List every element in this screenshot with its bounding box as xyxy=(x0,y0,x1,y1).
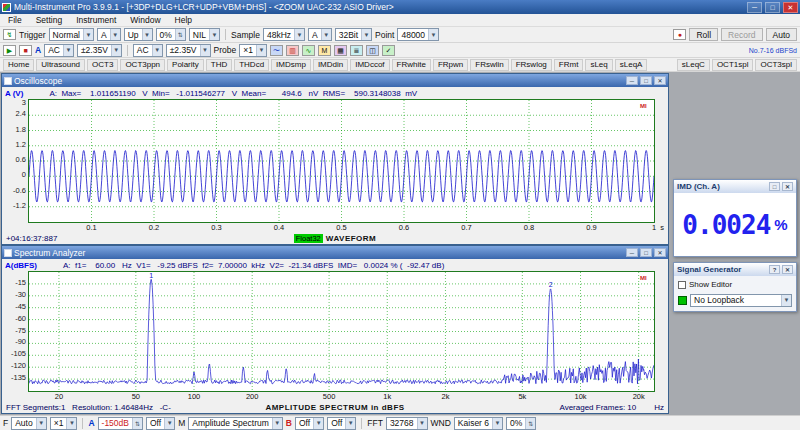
help-button[interactable]: ? xyxy=(769,265,780,274)
window-function-select[interactable]: Kaiser 6▼ xyxy=(454,417,503,430)
fft-size-select[interactable]: 32768▼ xyxy=(386,417,428,430)
menu-setting[interactable]: Setting xyxy=(29,15,69,25)
auto-button[interactable]: Auto xyxy=(766,28,798,41)
close-button[interactable]: ✕ xyxy=(783,2,798,13)
menu-help[interactable]: Help xyxy=(168,15,199,25)
a-range-spinner[interactable]: -150dB⇅ xyxy=(98,417,143,430)
stop-icon[interactable]: ■ xyxy=(19,45,32,56)
show-editor-checkbox[interactable] xyxy=(678,281,686,289)
maximize-button[interactable]: □ xyxy=(769,182,780,191)
data-logger-icon[interactable]: ≣ xyxy=(350,45,363,56)
spectrum-title-bar[interactable]: Spectrum Analyzer ─ □ ✕ xyxy=(2,246,668,259)
panel-button-oct3[interactable]: OCT3 xyxy=(87,59,118,71)
scope-plot-area[interactable]: MI xyxy=(28,99,655,223)
x-tick-label: 100 xyxy=(184,392,204,402)
chevron-down-icon: ▼ xyxy=(66,418,76,429)
menu-window[interactable]: Window xyxy=(123,15,167,25)
panel-button-frswlog[interactable]: FRswlog xyxy=(511,59,552,71)
sample-bits-select[interactable]: 32Bit▼ xyxy=(335,28,372,41)
sample-rate-select[interactable]: 48kHz▼ xyxy=(263,28,305,41)
spectrum-stats: A: f1= 60.00 Hz V1= -9.25 dBFS f2= 7.000… xyxy=(63,261,444,270)
oscilloscope-title-bar[interactable]: Oscilloscope ─ □ ✕ xyxy=(2,74,668,87)
separator xyxy=(82,418,83,429)
point-count-select[interactable]: 48000▼ xyxy=(397,28,439,41)
frequency-range-select[interactable]: Auto▼ xyxy=(11,417,47,430)
minimize-button[interactable]: ─ xyxy=(626,248,638,257)
range-a-select[interactable]: ±2.35V▼ xyxy=(77,44,122,57)
signal-generator-title-bar[interactable]: Signal Generator ? ✕ xyxy=(674,263,796,276)
trigger-level-spinner[interactable]: 0%⇅ xyxy=(156,28,186,41)
y-tick-label: 0.6 xyxy=(16,156,26,164)
panel-button-oct3ppn[interactable]: OCT3ppn xyxy=(120,59,165,71)
overlap-spinner[interactable]: 0%⇅ xyxy=(506,417,536,430)
minimize-button[interactable]: ─ xyxy=(626,76,638,85)
loopback-select[interactable]: No Loopback▼ xyxy=(690,294,792,307)
coupling-a-select[interactable]: AC▼ xyxy=(44,44,74,57)
panel-button-oct3spl[interactable]: OCT3spl xyxy=(755,59,797,71)
maximize-button[interactable]: □ xyxy=(640,248,652,257)
panel-button-frwhite[interactable]: FRwhite xyxy=(392,59,431,71)
y-tick-label: -15 xyxy=(15,279,26,287)
averaged-frames-label: Averaged Frames: 10 xyxy=(559,403,636,412)
trigger-edge-select[interactable]: Up▼ xyxy=(124,28,153,41)
minimize-button[interactable]: ─ xyxy=(747,2,762,13)
panel-button-thdcd[interactable]: THDcd xyxy=(234,59,269,71)
panel-button-frpwn[interactable]: FRpwn xyxy=(433,59,468,71)
peak-marker-label: 1 xyxy=(149,272,153,279)
run-icon[interactable]: ▶ xyxy=(3,45,16,56)
b-mode-select[interactable]: Off▼ xyxy=(327,417,356,430)
zoom-select[interactable]: ×1▼ xyxy=(50,417,78,430)
trigger-icon: ↯ xyxy=(3,29,16,40)
close-button[interactable]: ✕ xyxy=(782,265,793,274)
panel-button-sleqa[interactable]: sLeqA xyxy=(615,59,648,71)
trigger-mode-select[interactable]: Normal▼ xyxy=(49,28,94,41)
a-mode-select[interactable]: Off▼ xyxy=(146,417,175,430)
spectrum-3d-icon[interactable]: ▦ xyxy=(334,45,347,56)
probe-select[interactable]: ×1▼ xyxy=(239,44,267,57)
close-button[interactable]: ✕ xyxy=(654,248,666,257)
record-button[interactable]: Record xyxy=(721,28,762,41)
app-icon xyxy=(2,3,11,12)
app-title: Multi-Instrument Pro 3.9.9.1 - [+3DP+DLG… xyxy=(14,2,744,12)
panel-button-imdccof[interactable]: IMDccof xyxy=(350,59,389,71)
oscilloscope-window-icon xyxy=(4,77,12,85)
sample-channel-select[interactable]: A▼ xyxy=(308,28,332,41)
panel-button-sleqc[interactable]: sLeqC xyxy=(677,59,710,71)
panel-button-imdsmp[interactable]: IMDsmp xyxy=(271,59,311,71)
panel-button-imddin[interactable]: IMDdin xyxy=(313,59,348,71)
trigger-source-select[interactable]: A▼ xyxy=(97,28,121,41)
close-button[interactable]: ✕ xyxy=(654,76,666,85)
ddp-viewer-icon[interactable]: ◫ xyxy=(366,45,379,56)
oscilloscope-icon[interactable]: 〜 xyxy=(270,45,283,56)
close-button[interactable]: ✕ xyxy=(782,182,793,191)
coupling-b-select[interactable]: AC▼ xyxy=(133,44,163,57)
b-range-select[interactable]: Off▼ xyxy=(295,417,324,430)
menu-file[interactable]: File xyxy=(1,15,29,25)
maximize-button[interactable]: □ xyxy=(640,76,652,85)
spectrum-x-axis: 20501002005001k2k5k10k20k xyxy=(2,392,668,402)
roll-button[interactable]: Roll xyxy=(689,28,718,41)
spinner-icon: ⇅ xyxy=(132,418,142,429)
panel-button-sleq[interactable]: sLeq xyxy=(585,59,612,71)
range-b-select[interactable]: ±2.35V▼ xyxy=(166,44,211,57)
panel-button-frmt[interactable]: FRmt xyxy=(554,59,584,71)
panel-button-frswlin[interactable]: FRswlin xyxy=(470,59,508,71)
panel-button-home[interactable]: Home xyxy=(3,59,34,71)
spectrum-mode-select[interactable]: Amplitude Spectrum▼ xyxy=(188,417,283,430)
multimeter-icon[interactable]: M xyxy=(318,45,331,56)
device-test-plan-icon[interactable]: ✓ xyxy=(382,45,395,56)
y-tick-label: 3 xyxy=(22,99,26,107)
panel-button-ultrasound[interactable]: Ultrasound xyxy=(36,59,85,71)
trigger-reject-select[interactable]: NIL▼ xyxy=(189,28,220,41)
menu-instrument[interactable]: Instrument xyxy=(69,15,123,25)
panel-button-polarity[interactable]: Polarity xyxy=(167,59,204,71)
panel-button-thd[interactable]: THD xyxy=(206,59,232,71)
spectrum-analyzer-icon[interactable]: ▥ xyxy=(286,45,299,56)
panel-button-oct1spl[interactable]: OCT1spl xyxy=(712,59,754,71)
separator xyxy=(361,418,362,429)
spectrum-plot-area[interactable]: 12MI xyxy=(28,271,655,392)
scope-y-axis: 32.41.81.20.60-0.6-1.2 xyxy=(2,99,28,223)
maximize-button[interactable]: □ xyxy=(765,2,780,13)
signal-generator-icon[interactable]: ∿ xyxy=(302,45,315,56)
imd-panel-title-bar[interactable]: IMD (Ch. A) □ ✕ xyxy=(674,180,796,193)
